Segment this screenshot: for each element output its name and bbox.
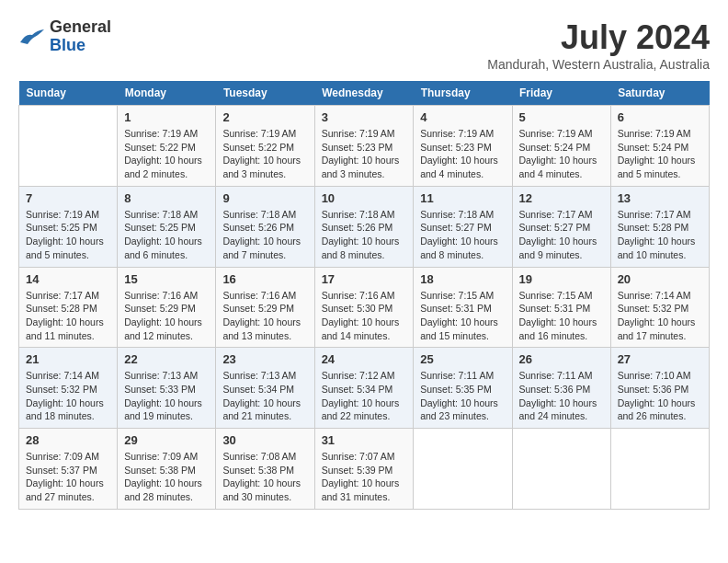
calendar-cell: 7Sunrise: 7:19 AM Sunset: 5:25 PM Daylig… — [19, 186, 118, 267]
calendar-cell: 29Sunrise: 7:09 AM Sunset: 5:38 PM Dayli… — [118, 429, 216, 510]
calendar-table: SundayMondayTuesdayWednesdayThursdayFrid… — [18, 81, 710, 510]
day-number: 6 — [618, 110, 702, 124]
day-number: 4 — [420, 110, 505, 124]
calendar-header: SundayMondayTuesdayWednesdayThursdayFrid… — [19, 81, 710, 106]
calendar-header-tuesday: Tuesday — [216, 81, 314, 106]
day-info: Sunrise: 7:17 AM Sunset: 5:28 PM Dayligh… — [26, 289, 110, 343]
calendar-cell — [414, 429, 512, 510]
calendar-header-friday: Friday — [512, 81, 610, 106]
calendar-week-row: 28Sunrise: 7:09 AM Sunset: 5:37 PM Dayli… — [19, 429, 710, 510]
day-info: Sunrise: 7:17 AM Sunset: 5:27 PM Dayligh… — [519, 208, 604, 262]
calendar-cell: 31Sunrise: 7:07 AM Sunset: 5:39 PM Dayli… — [314, 429, 414, 510]
day-number: 9 — [222, 191, 307, 205]
day-number: 21 — [26, 352, 110, 366]
day-number: 12 — [519, 191, 604, 205]
day-info: Sunrise: 7:16 AM Sunset: 5:29 PM Dayligh… — [124, 289, 209, 343]
calendar-cell: 14Sunrise: 7:17 AM Sunset: 5:28 PM Dayli… — [19, 267, 118, 348]
day-number: 10 — [322, 191, 407, 205]
day-number: 27 — [618, 352, 702, 366]
day-info: Sunrise: 7:16 AM Sunset: 5:29 PM Dayligh… — [222, 289, 307, 343]
day-number: 30 — [222, 433, 307, 447]
calendar-body: 1Sunrise: 7:19 AM Sunset: 5:22 PM Daylig… — [19, 106, 710, 510]
location-subtitle: Mandurah, Western Australia, Australia — [487, 57, 710, 72]
logo-text-general: General — [50, 18, 111, 37]
day-info: Sunrise: 7:18 AM Sunset: 5:26 PM Dayligh… — [322, 208, 407, 262]
calendar-cell: 6Sunrise: 7:19 AM Sunset: 5:24 PM Daylig… — [610, 106, 709, 187]
day-number: 3 — [322, 110, 407, 124]
day-number: 23 — [222, 352, 307, 366]
day-number: 2 — [222, 110, 307, 124]
calendar-cell: 30Sunrise: 7:08 AM Sunset: 5:38 PM Dayli… — [216, 429, 314, 510]
day-info: Sunrise: 7:17 AM Sunset: 5:28 PM Dayligh… — [618, 208, 702, 262]
calendar-cell: 22Sunrise: 7:13 AM Sunset: 5:33 PM Dayli… — [118, 348, 216, 429]
logo-icon — [18, 26, 46, 48]
day-info: Sunrise: 7:18 AM Sunset: 5:26 PM Dayligh… — [222, 208, 307, 262]
day-number: 22 — [124, 352, 209, 366]
calendar-cell: 19Sunrise: 7:15 AM Sunset: 5:31 PM Dayli… — [512, 267, 610, 348]
day-info: Sunrise: 7:19 AM Sunset: 5:25 PM Dayligh… — [26, 208, 110, 262]
calendar-cell — [610, 429, 709, 510]
calendar-cell: 17Sunrise: 7:16 AM Sunset: 5:30 PM Dayli… — [314, 267, 414, 348]
page-header: General Blue July 2024 Mandurah, Western… — [18, 18, 710, 72]
title-area: July 2024 Mandurah, Western Australia, A… — [487, 18, 710, 72]
day-info: Sunrise: 7:09 AM Sunset: 5:37 PM Dayligh… — [26, 450, 110, 504]
day-info: Sunrise: 7:13 AM Sunset: 5:34 PM Dayligh… — [222, 369, 307, 423]
calendar-cell: 9Sunrise: 7:18 AM Sunset: 5:26 PM Daylig… — [216, 186, 314, 267]
calendar-header-thursday: Thursday — [414, 81, 512, 106]
day-number: 14 — [26, 272, 110, 286]
calendar-cell: 1Sunrise: 7:19 AM Sunset: 5:22 PM Daylig… — [118, 106, 216, 187]
calendar-cell: 3Sunrise: 7:19 AM Sunset: 5:23 PM Daylig… — [314, 106, 414, 187]
day-number: 13 — [618, 191, 702, 205]
day-number: 16 — [222, 272, 307, 286]
calendar-cell: 13Sunrise: 7:17 AM Sunset: 5:28 PM Dayli… — [610, 186, 709, 267]
calendar-cell: 26Sunrise: 7:11 AM Sunset: 5:36 PM Dayli… — [512, 348, 610, 429]
day-info: Sunrise: 7:09 AM Sunset: 5:38 PM Dayligh… — [124, 450, 209, 504]
calendar-week-row: 21Sunrise: 7:14 AM Sunset: 5:32 PM Dayli… — [19, 348, 710, 429]
calendar-week-row: 14Sunrise: 7:17 AM Sunset: 5:28 PM Dayli… — [19, 267, 710, 348]
month-year-title: July 2024 — [487, 18, 710, 57]
day-number: 20 — [618, 272, 702, 286]
day-info: Sunrise: 7:10 AM Sunset: 5:36 PM Dayligh… — [618, 369, 702, 423]
day-number: 1 — [124, 110, 209, 124]
calendar-cell — [512, 429, 610, 510]
calendar-cell: 8Sunrise: 7:18 AM Sunset: 5:25 PM Daylig… — [118, 186, 216, 267]
calendar-week-row: 7Sunrise: 7:19 AM Sunset: 5:25 PM Daylig… — [19, 186, 710, 267]
calendar-cell: 25Sunrise: 7:11 AM Sunset: 5:35 PM Dayli… — [414, 348, 512, 429]
day-info: Sunrise: 7:14 AM Sunset: 5:32 PM Dayligh… — [618, 289, 702, 343]
calendar-header-wednesday: Wednesday — [314, 81, 414, 106]
calendar-cell: 27Sunrise: 7:10 AM Sunset: 5:36 PM Dayli… — [610, 348, 709, 429]
day-info: Sunrise: 7:19 AM Sunset: 5:24 PM Dayligh… — [519, 127, 604, 181]
calendar-cell: 16Sunrise: 7:16 AM Sunset: 5:29 PM Dayli… — [216, 267, 314, 348]
day-info: Sunrise: 7:07 AM Sunset: 5:39 PM Dayligh… — [322, 450, 407, 504]
day-number: 24 — [322, 352, 407, 366]
day-number: 18 — [420, 272, 505, 286]
day-info: Sunrise: 7:15 AM Sunset: 5:31 PM Dayligh… — [519, 289, 604, 343]
calendar-header-monday: Monday — [118, 81, 216, 106]
calendar-week-row: 1Sunrise: 7:19 AM Sunset: 5:22 PM Daylig… — [19, 106, 710, 187]
day-info: Sunrise: 7:19 AM Sunset: 5:24 PM Dayligh… — [618, 127, 702, 181]
day-number: 25 — [420, 352, 505, 366]
calendar-cell: 11Sunrise: 7:18 AM Sunset: 5:27 PM Dayli… — [414, 186, 512, 267]
header-row: SundayMondayTuesdayWednesdayThursdayFrid… — [19, 81, 710, 106]
calendar-cell: 24Sunrise: 7:12 AM Sunset: 5:34 PM Dayli… — [314, 348, 414, 429]
calendar-header-saturday: Saturday — [610, 81, 709, 106]
day-info: Sunrise: 7:12 AM Sunset: 5:34 PM Dayligh… — [322, 369, 407, 423]
day-number: 29 — [124, 433, 209, 447]
calendar-cell: 23Sunrise: 7:13 AM Sunset: 5:34 PM Dayli… — [216, 348, 314, 429]
day-info: Sunrise: 7:13 AM Sunset: 5:33 PM Dayligh… — [124, 369, 209, 423]
day-number: 11 — [420, 191, 505, 205]
day-number: 28 — [26, 433, 110, 447]
day-number: 15 — [124, 272, 209, 286]
day-number: 17 — [322, 272, 407, 286]
calendar-cell: 5Sunrise: 7:19 AM Sunset: 5:24 PM Daylig… — [512, 106, 610, 187]
day-info: Sunrise: 7:15 AM Sunset: 5:31 PM Dayligh… — [420, 289, 505, 343]
day-number: 26 — [519, 352, 604, 366]
logo-text-blue: Blue — [50, 37, 111, 55]
day-number: 8 — [124, 191, 209, 205]
calendar-cell — [19, 106, 118, 187]
calendar-cell: 10Sunrise: 7:18 AM Sunset: 5:26 PM Dayli… — [314, 186, 414, 267]
day-info: Sunrise: 7:11 AM Sunset: 5:35 PM Dayligh… — [420, 369, 505, 423]
calendar-cell: 15Sunrise: 7:16 AM Sunset: 5:29 PM Dayli… — [118, 267, 216, 348]
day-number: 7 — [26, 191, 110, 205]
calendar-header-sunday: Sunday — [19, 81, 118, 106]
